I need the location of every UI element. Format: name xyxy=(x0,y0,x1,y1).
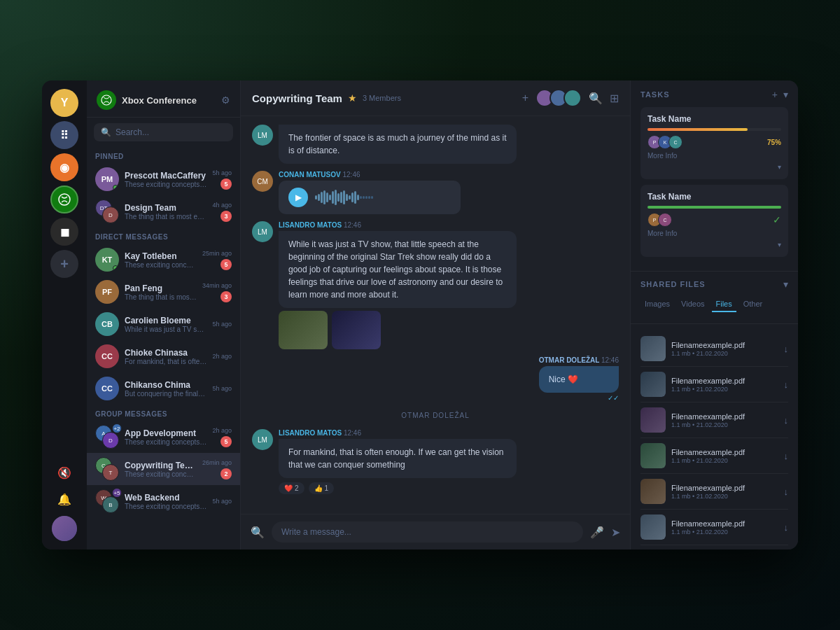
time-appdev: 2h ago xyxy=(212,427,232,434)
count-badge-appdev: +2 xyxy=(112,424,122,433)
file-name-6: Filenameexample.pdf xyxy=(671,519,778,528)
time-design: 4h ago xyxy=(212,202,232,209)
play-button[interactable]: ▶ xyxy=(288,188,308,207)
download-button-6[interactable]: ↓ xyxy=(784,522,789,533)
avatar-kay: KT xyxy=(95,248,119,272)
time-prescott: 5h ago xyxy=(212,169,232,176)
contact-info-pan: Pan Feng The thing that is most exciting… xyxy=(125,284,197,301)
add-task-button[interactable]: + xyxy=(772,89,778,100)
contact-preview-pan: The thing that is most exciting... xyxy=(125,293,197,301)
file-thumb-2 xyxy=(640,372,666,397)
mute-icon[interactable]: 🔇 xyxy=(55,463,74,482)
search-chat-icon[interactable]: 🔍 xyxy=(589,92,603,105)
task-av-2b: C xyxy=(658,213,672,227)
collapse-tasks-button[interactable]: ▾ xyxy=(783,89,788,100)
task-progress-bg-2 xyxy=(648,206,781,209)
contact-meta-web: 5h ago xyxy=(212,498,232,505)
contact-name-pan: Pan Feng xyxy=(125,284,197,293)
contact-prescott[interactable]: PM Prescott MacCaffery These exciting co… xyxy=(87,163,240,195)
download-button-2[interactable]: ↓ xyxy=(784,379,789,390)
message-input[interactable] xyxy=(272,522,583,542)
chat-img-2 xyxy=(332,311,381,349)
mic-icon[interactable]: 🎤 xyxy=(590,526,604,539)
app-icon-grid[interactable]: ⠿ xyxy=(50,121,78,149)
time-copy: 26min ago xyxy=(202,459,232,466)
avatar-copywriting: C T xyxy=(95,457,119,481)
file-item-7: Filenameexample.pdf 1.1 mb • 21.02.2020 … xyxy=(640,545,788,550)
contact-chioke[interactable]: CC Chioke Chinasa For mankind, that is o… xyxy=(87,340,240,372)
msg-text-1: The frontier of space is as much a journ… xyxy=(279,125,517,164)
more-info-button-2[interactable]: More Info xyxy=(648,230,781,237)
task-item-1: Task Name P K C 75% More Info ▾ xyxy=(640,107,788,179)
online-dot-kay xyxy=(113,265,118,271)
contact-web-backend[interactable]: W B +5 Web Backend These exciting concep… xyxy=(87,485,240,517)
message-row-outgoing: OTMAR DOLEŽAL 12:46 Nice ❤️ ✓✓ xyxy=(252,356,619,402)
settings-icon[interactable]: ⚙ xyxy=(221,94,230,106)
wave-bar xyxy=(371,196,373,199)
app-icon-y[interactable]: Y xyxy=(50,89,78,117)
contact-info-chikanso: Chikanso Chima But conquering the final … xyxy=(125,380,206,398)
icon-bar-bottom: 🔇 🔔 xyxy=(52,463,77,541)
download-button-5[interactable]: ↓ xyxy=(784,486,789,497)
tab-videos[interactable]: Videos xyxy=(677,297,708,312)
wave-bar xyxy=(349,195,351,200)
chevron-2: ▾ xyxy=(778,241,781,248)
wave-bar xyxy=(365,196,368,199)
contact-kay[interactable]: KT Kay Totleben These exciting concepts … xyxy=(87,244,240,276)
wave-bar xyxy=(323,190,326,204)
msg-content-lisandro: LISANDRO MATOS 12:46 While it was just a… xyxy=(279,221,517,349)
contact-copywriting[interactable]: C T Copywriting Team These exciting conc… xyxy=(87,453,240,485)
user-avatar[interactable] xyxy=(52,516,77,541)
add-workspace-button[interactable]: + xyxy=(50,250,78,278)
badge-prescott: 5 xyxy=(220,178,232,190)
chat-messages: LM The frontier of space is as much a jo… xyxy=(241,116,630,514)
app-icon-xbox[interactable] xyxy=(50,186,78,214)
reaction-heart[interactable]: ❤️ 2 xyxy=(279,482,304,494)
contact-meta-chikanso: 5h ago xyxy=(212,385,232,392)
tab-other[interactable]: Other xyxy=(739,297,767,312)
chat-area: Copywriting Team ★ 3 Members + 🔍 ⊞ LM xyxy=(241,80,630,550)
star-icon[interactable]: ★ xyxy=(348,92,357,104)
msg-text-lisandro2: For mankind, that is often enough. If we… xyxy=(279,439,517,478)
more-info-button-1[interactable]: More Info xyxy=(648,152,781,160)
file-info-3: Filenameexample.pdf 1.1 mb • 21.02.2020 xyxy=(671,412,778,428)
contact-pan[interactable]: PF Pan Feng The thing that is most excit… xyxy=(87,276,240,308)
file-thumb-1 xyxy=(640,336,666,361)
send-icon[interactable]: ➤ xyxy=(611,526,620,539)
avatar-prescott: PM xyxy=(95,167,119,191)
file-info-6: Filenameexample.pdf 1.1 mb • 21.02.2020 xyxy=(671,519,778,536)
contact-info-web: Web Backend These exciting concepts seem… xyxy=(125,493,206,510)
av2-copy: T xyxy=(102,464,119,481)
tab-images[interactable]: Images xyxy=(640,297,674,312)
tab-files[interactable]: Files xyxy=(712,297,736,312)
contact-name-web: Web Backend xyxy=(125,493,206,503)
wave-bar xyxy=(368,196,370,199)
contact-design-team[interactable]: DT D Design Team The thing that is most … xyxy=(87,195,240,227)
read-receipt: ✓✓ xyxy=(539,394,619,402)
msg-content-audio: CONAN MATUSOV 12:46 ▶ xyxy=(279,171,461,214)
app-icon-bb[interactable]: ◼ xyxy=(50,218,78,246)
member-avatar-3 xyxy=(564,89,582,107)
download-button-4[interactable]: ↓ xyxy=(784,451,789,461)
app-icon-soundcloud[interactable]: ◉ xyxy=(50,153,78,181)
contact-chikanso[interactable]: CC Chikanso Chima But conquering the fin… xyxy=(87,372,240,405)
contact-name-appdev: App Development xyxy=(125,428,206,438)
settings-chat-icon[interactable]: ⊞ xyxy=(610,92,619,105)
contact-carolien[interactable]: CB Carolien Bloeme While it was just a T… xyxy=(87,308,240,340)
notification-icon[interactable]: 🔔 xyxy=(55,489,74,509)
download-button-1[interactable]: ↓ xyxy=(784,344,789,354)
reaction-thumbs[interactable]: 👍 1 xyxy=(309,482,335,494)
search-input[interactable] xyxy=(115,127,226,137)
contact-app-dev[interactable]: A D +2 App Development These exciting co… xyxy=(87,421,240,453)
wave-bar xyxy=(329,195,331,200)
collapse-files-button[interactable]: ▾ xyxy=(783,279,788,290)
contact-preview-copy: These exciting concepts seem... xyxy=(125,470,197,478)
wave-bar xyxy=(340,192,342,203)
more-info-1: More Info ▾ xyxy=(648,152,781,172)
add-member-icon[interactable]: + xyxy=(522,92,528,104)
chat-header-right: + 🔍 ⊞ xyxy=(522,89,619,107)
shared-files-title: SHARED FILES xyxy=(640,280,706,288)
msg-sender-lisandro2: LISANDRO MATOS 12:46 xyxy=(279,429,517,437)
download-button-3[interactable]: ↓ xyxy=(784,415,789,426)
file-meta-2: 1.1 mb • 21.02.2020 xyxy=(671,386,778,393)
